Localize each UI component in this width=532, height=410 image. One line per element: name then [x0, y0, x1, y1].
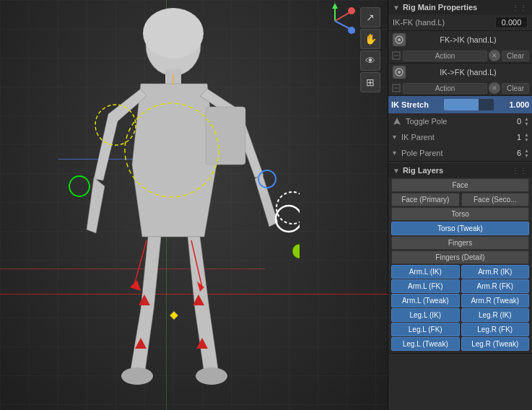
svg-rect-3 [206, 107, 245, 165]
toggle-pole-label: Toggle Pole [406, 117, 500, 126]
rig-layers-header[interactable]: ▼ Rig Layers ⋮⋮ [388, 163, 532, 178]
fk-to-ik-clear-icon[interactable]: ✕ [489, 50, 500, 61]
ik-fk-row: IK-FK (hand.L) 0.000 [388, 14, 532, 30]
svg-text:X: X [353, 8, 355, 13]
ik-stretch-slider[interactable] [444, 99, 494, 110]
rig-layers-section: ▼ Rig Layers ⋮⋮ Face Face (Primary) Face… [388, 162, 532, 354]
layer-btn-row-arm-tweak: Arm.L (Tweak) Arm.R (Tweak) [391, 294, 529, 308]
ik-fk-value[interactable]: 0.000 [495, 17, 528, 28]
ik-to-fk-clear-icon[interactable]: ✕ [489, 82, 500, 94]
layer-btn-torso[interactable]: Torso [391, 207, 529, 221]
layer-btn-arm-r-tweak[interactable]: Arm.R (Tweak) [461, 294, 530, 308]
layer-btn-leg-l-ik[interactable]: Leg.L (IK) [391, 308, 460, 322]
viewport[interactable]: Y X Z ↗ ✋ 👁 ⊞ [0, 0, 388, 410]
rig-layers-title: Rig Layers [403, 166, 443, 175]
svg-point-22 [292, 244, 300, 258]
toggle-pole-arrows[interactable]: ▲ ▼ [524, 116, 529, 126]
section-collapse-arrow: ▼ [393, 4, 400, 12]
rig-main-properties-header[interactable]: ▼ Rig Main Properties ⋮⋮ [388, 0, 532, 14]
layer-btn-arm-r-ik[interactable]: Arm.R (IK) [461, 265, 530, 279]
layer-btn-face-secondary[interactable]: Face (Seco... [461, 193, 530, 206]
ik-stretch-value: 1.000 [497, 100, 529, 109]
rig-main-properties-section: ▼ Rig Main Properties ⋮⋮ IK-FK (hand.L) … [388, 0, 532, 162]
layer-btn-leg-r-fk[interactable]: Leg.R (FK) [461, 323, 530, 336]
ik-parent-value: 1 [503, 133, 521, 141]
layer-btn-fingers[interactable]: Fingers [391, 236, 529, 250]
svg-point-4 [121, 367, 153, 385]
ik-parent-label: IK Parent [401, 133, 500, 141]
svg-line-28 [335, 12, 350, 21]
ik-stretch-label: IK Stretch [391, 100, 441, 109]
ik-to-fk-clear-button[interactable]: Clear [502, 83, 529, 94]
ik-to-fk-row: IK->FK (hand.L) [388, 64, 532, 81]
layer-btn-row-leg-ik: Leg.L (IK) Leg.R (IK) [391, 308, 529, 322]
svg-text:Z: Z [353, 29, 355, 34]
tool-grid[interactable]: ⊞ [360, 72, 380, 92]
svg-point-16 [276, 206, 300, 232]
svg-point-1 [143, 8, 204, 58]
right-panel: ▼ Rig Main Properties ⋮⋮ IK-FK (hand.L) … [388, 0, 532, 410]
panel-options-dots[interactable]: ⋮⋮ [512, 4, 528, 12]
layer-btn-leg-r-tweak[interactable]: Leg.R (Tweak) [461, 337, 530, 351]
pole-parent-row: ▼ Pole Parent 6 ▲ ▼ [388, 145, 532, 161]
toggle-pole-value: 0 [503, 117, 521, 126]
layer-btn-torso-tweak[interactable]: Torso (Tweak) [391, 222, 529, 235]
layer-btn-fingers-detail[interactable]: Fingers (Detail) [391, 250, 529, 264]
fk-to-ik-row: FK->IK (hand.L) [388, 31, 532, 48]
layer-btn-row-leg-fk: Leg.L (FK) Leg.R (FK) [391, 323, 529, 336]
fk-to-ik-clear-button[interactable]: Clear [502, 51, 529, 61]
pole-parent-chevron: ▼ [391, 149, 398, 157]
tool-arrow[interactable]: ↗ [360, 7, 380, 27]
fk-to-ik-action-row: Action ✕ Clear [388, 48, 532, 63]
ik-parent-arrows[interactable]: ▲ ▼ [524, 132, 529, 142]
layer-btn-row-face: Face (Primary) Face (Seco... [391, 193, 529, 206]
ik-stretch-row[interactable]: IK Stretch 1.000 [388, 96, 532, 113]
layer-btn-arm-l-ik[interactable]: Arm.L (IK) [391, 265, 460, 279]
svg-line-30 [335, 21, 350, 29]
ik-to-fk-action-button[interactable]: Action [403, 83, 487, 94]
layer-btn-row-leg-tweak: Leg.L (Tweak) Leg.R (Tweak) [391, 337, 529, 351]
fk-to-ik-action-button[interactable]: Action [403, 51, 487, 61]
layer-btn-arm-l-fk[interactable]: Arm.L (FK) [391, 279, 460, 293]
ik-fk-label: IK-FK (hand.L) [393, 18, 492, 27]
pole-parent-value: 6 [503, 149, 521, 157]
ik-to-fk-label: IK->FK (hand.L) [409, 68, 528, 77]
ik-to-fk-action-icon [391, 83, 401, 93]
layer-btn-leg-l-fk[interactable]: Leg.L (FK) [391, 323, 460, 336]
ik-parent-row: ▼ IK Parent 1 ▲ ▼ [388, 129, 532, 145]
ik-to-fk-action-row: Action ✕ Clear [388, 81, 532, 95]
character-svg [40, 6, 300, 399]
layer-btn-leg-l-tweak[interactable]: Leg.L (Tweak) [391, 337, 460, 351]
tool-eye[interactable]: 👁 [360, 51, 380, 71]
svg-text:Y: Y [333, 1, 336, 3]
ik-parent-chevron: ▼ [391, 134, 398, 141]
svg-point-36 [398, 38, 401, 41]
layer-btn-leg-r-ik[interactable]: Leg.R (IK) [461, 308, 530, 322]
svg-marker-27 [332, 3, 338, 9]
layer-btn-arm-r-fk[interactable]: Arm.R (FK) [461, 279, 530, 293]
toggle-pole-icon [391, 115, 403, 127]
pole-parent-label: Pole Parent [401, 149, 500, 157]
fk-to-ik-label: FK->IK (hand.L) [409, 35, 528, 44]
svg-rect-17 [170, 311, 178, 319]
tool-hand[interactable]: ✋ [360, 29, 380, 49]
svg-point-5 [196, 367, 227, 385]
pole-parent-arrows[interactable]: ▲ ▼ [524, 148, 529, 158]
layer-btn-row-arm-ik: Arm.L (IK) Arm.R (IK) [391, 265, 529, 279]
toggle-pole-row: Toggle Pole 0 ▲ ▼ [388, 113, 532, 129]
viewport-toolbar: ↗ ✋ 👁 ⊞ [360, 7, 380, 92]
rig-layers-dots[interactable]: ⋮⋮ [512, 167, 528, 175]
fk-to-ik-action-icon [391, 51, 401, 61]
layer-btn-face[interactable]: Face [391, 178, 529, 192]
axis-widget: Y X Z [315, 1, 355, 41]
rig-layers-arrow: ▼ [393, 167, 400, 175]
svg-point-6 [69, 176, 90, 196]
svg-point-40 [398, 71, 401, 74]
layer-btn-row-arm-fk: Arm.L (FK) Arm.R (FK) [391, 279, 529, 293]
ik-to-fk-icon [393, 66, 406, 79]
rig-main-properties-title: Rig Main Properties [403, 3, 477, 12]
layer-btn-face-primary[interactable]: Face (Primary) [391, 193, 460, 206]
layer-btn-arm-l-tweak[interactable]: Arm.L (Tweak) [391, 294, 460, 308]
fk-to-ik-icon [393, 33, 406, 46]
